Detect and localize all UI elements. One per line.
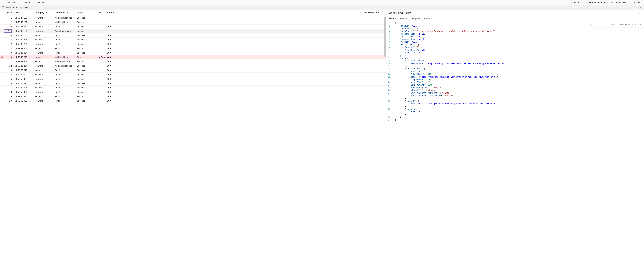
- session-bar: Model-driven app session ✕: [0, 5, 644, 10]
- table-row[interactable]: ✕1014:58:48.378NetworkXMLHttpRequestErro…: [0, 55, 386, 59]
- table-row[interactable]: 214:58:47.167NetworkXMLHttpRequestSucces…: [0, 20, 386, 24]
- upload-label: Upload: [23, 1, 30, 4]
- compact-label: Compact list: [614, 1, 626, 4]
- find-result-text: No Results: [620, 23, 631, 26]
- compact-list-button[interactable]: Compact list: [609, 1, 631, 4]
- find-in-selection-icon[interactable]: ≡: [638, 23, 638, 26]
- download-icon: [33, 1, 36, 4]
- upload-icon: [20, 1, 22, 4]
- tab-formula[interactable]: Formula: [400, 16, 408, 21]
- svg-point-0: [571, 1, 572, 2]
- table-row[interactable]: 2014:58:50.928NetworkFetchSuccess200: [0, 99, 386, 103]
- table-header: Id Time Category Operation Result Res… S…: [0, 10, 386, 16]
- tab-response[interactable]: Response: [424, 16, 434, 21]
- tab-request[interactable]: Request: [412, 16, 420, 21]
- find-close-icon[interactable]: ✕: [640, 23, 641, 26]
- table-row[interactable]: 814:58:48.296NetworkFetchSuccess200: [0, 46, 386, 51]
- table-row[interactable]: 714:58:48.236NetworkFetchSuccess200: [0, 42, 386, 46]
- find-input[interactable]: [591, 23, 609, 26]
- col-duration[interactable]: Duration (ms): [122, 11, 386, 14]
- events-table: Id Time Category Operation Result Res… S…: [0, 10, 386, 256]
- find-bar: Aa Abl .* No Results ← → ≡ ✕: [590, 22, 642, 27]
- match-word-icon[interactable]: Abl: [614, 23, 616, 26]
- invite-label: Invite: [574, 1, 579, 4]
- col-result[interactable]: Result: [76, 11, 96, 14]
- filter-label: Filter: [636, 1, 641, 4]
- invite-button[interactable]: Invite: [569, 1, 580, 4]
- close-icon: [3, 1, 5, 4]
- filter-icon: [633, 1, 636, 4]
- list-icon: [611, 1, 613, 4]
- detail-pane: AssetLoad.Script DetailsFormulaRequestRe…: [386, 10, 644, 256]
- match-case-icon[interactable]: Aa: [610, 23, 612, 26]
- clear-data-label: Clear data: [6, 1, 16, 4]
- table-row[interactable]: 114:58:47.167NetworkXMLHttpRequestSucces…: [0, 16, 386, 20]
- person-add-icon: [570, 1, 572, 4]
- table-body[interactable]: 114:58:47.167NetworkXMLHttpRequestSucces…: [0, 16, 386, 256]
- table-row[interactable]: 314:58:47.771NetworkFetchSuccess200: [0, 24, 386, 29]
- line-gutter: 1 2 3 4 5 6 7 8 9 10 11 12 13 14 15 16 1…: [386, 22, 393, 256]
- play-app-button[interactable]: Play model-driven app: [581, 1, 608, 4]
- col-operation[interactable]: Operation: [54, 11, 76, 14]
- scrollbar-thumb[interactable]: [384, 16, 386, 57]
- find-prev-icon[interactable]: ←: [632, 23, 634, 26]
- session-title: Model-driven app session: [6, 6, 30, 9]
- detail-title: AssetLoad.Script: [389, 11, 411, 15]
- find-next-icon[interactable]: →: [635, 23, 636, 26]
- code-viewer[interactable]: Aa Abl .* No Results ← → ≡ ✕ 1 2 3 4 5 6…: [386, 21, 644, 256]
- detail-tabs: DetailsFormulaRequestResponse: [386, 15, 644, 21]
- close-session-button[interactable]: ✕: [638, 5, 642, 9]
- table-row[interactable]: 614:58:48.235NetworkFetchSuccess200: [0, 38, 386, 42]
- table-row[interactable]: 1214:58:48.494NetworkXMLHttpRequestSucce…: [0, 64, 386, 68]
- tab-details[interactable]: Details: [389, 16, 396, 21]
- table-row[interactable]: 1814:58:50.926NetworkFetchSuccess200: [0, 90, 386, 94]
- col-res2[interactable]: Res…: [96, 11, 106, 14]
- code-content: { "status": null, "duration": 138, "data…: [395, 22, 508, 256]
- play-label: Play model-driven app: [586, 1, 607, 4]
- table-row[interactable]: 1614:58:50.925NetworkFetchSuccess2001,: [0, 81, 386, 86]
- error-icon: ✕: [1, 56, 3, 58]
- col-status[interactable]: Status: [106, 11, 122, 14]
- download-label: Download: [36, 1, 46, 4]
- table-row[interactable]: 1914:58:50.927NetworkFetchSuccess200: [0, 94, 386, 99]
- col-id[interactable]: Id: [3, 11, 13, 14]
- table-row[interactable]: 414:58:48.106NetworkAssetLoad.ScriptSucc…: [0, 29, 386, 33]
- clear-data-button[interactable]: Clear data: [1, 1, 18, 4]
- table-row[interactable]: 1314:58:50.922NetworkFetchSuccess200: [0, 68, 386, 73]
- regex-icon[interactable]: .*: [618, 23, 618, 26]
- filter-button[interactable]: Filter: [632, 1, 643, 4]
- col-category[interactable]: Category: [33, 11, 54, 14]
- download-button[interactable]: Download: [32, 1, 48, 4]
- table-row[interactable]: 514:58:48.233NetworkFetchSuccess200: [0, 33, 386, 38]
- table-row[interactable]: 1514:58:50.924NetworkFetchSuccess200: [0, 77, 386, 81]
- info-icon: [2, 6, 4, 9]
- play-icon: [582, 1, 584, 4]
- main-toolbar: Clear data Upload Download Invite Play m…: [0, 0, 644, 5]
- table-row[interactable]: 1414:58:50.922NetworkFetchSuccess200: [0, 73, 386, 77]
- chevron-down-icon: [627, 1, 630, 4]
- col-time[interactable]: Time: [13, 11, 33, 14]
- fold-gutter[interactable]: - - - - - - -: [393, 22, 395, 256]
- table-row[interactable]: 1714:58:50.925NetworkFetchSuccess200: [0, 86, 386, 90]
- upload-button[interactable]: Upload: [18, 1, 31, 4]
- expand-pane-button[interactable]: [638, 11, 641, 15]
- table-row[interactable]: 1114:58:48.453NetworkXMLHttpRequestSucce…: [0, 59, 386, 64]
- table-row[interactable]: 914:58:48.324NetworkFetchSuccess200: [0, 51, 386, 55]
